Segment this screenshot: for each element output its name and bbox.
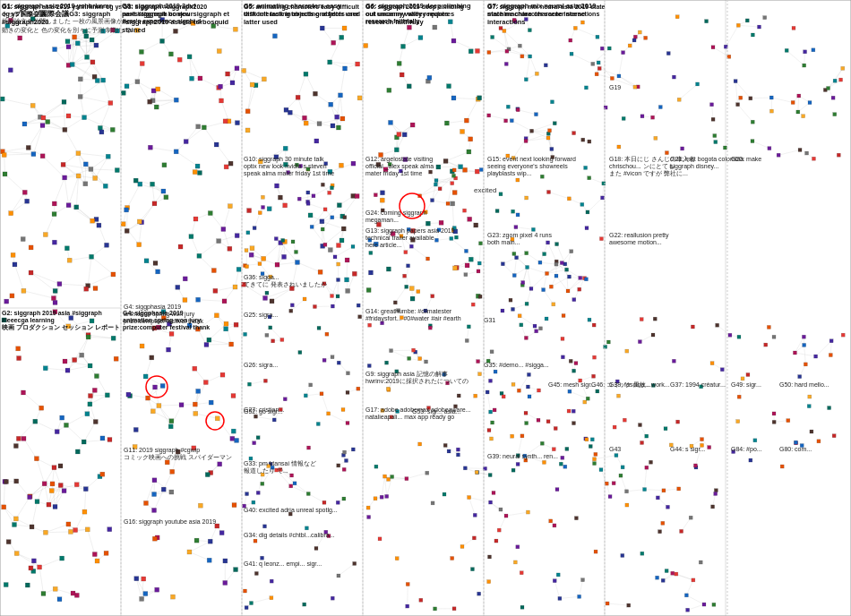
main-container: G1: siggraph asia 2019 yshhrknmr cg ysトッ… bbox=[0, 0, 851, 616]
network-visualization bbox=[0, 0, 851, 616]
